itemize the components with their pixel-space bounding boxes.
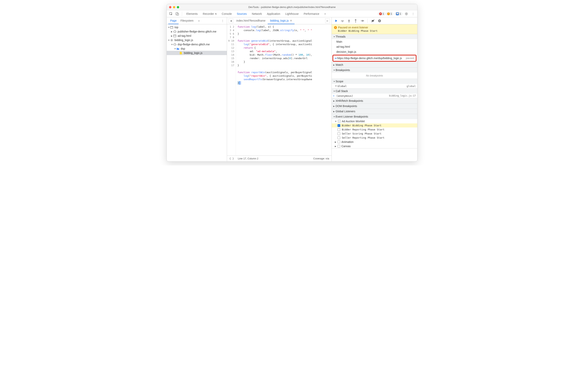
no-breakpoints-text: No breakpoints xyxy=(332,72,417,79)
thread-item[interactable]: Main xyxy=(332,39,417,44)
callstack-frame[interactable]: ➔(anonymous)bidding_logic.js:17 xyxy=(332,94,417,98)
warning-badge[interactable]: !1 xyxy=(386,12,394,16)
debugger-toolbar xyxy=(332,17,417,24)
breakpoints-header[interactable]: ▼Breakpoints xyxy=(332,68,417,72)
callstack-section: ▼Call Stack ➔(anonymous)bidding_logic.js… xyxy=(332,88,417,98)
callstack-header[interactable]: ▼Call Stack xyxy=(332,88,417,94)
checkbox-icon[interactable] xyxy=(338,128,340,131)
navigator-tab-page[interactable]: Page xyxy=(168,18,179,24)
tree-item[interactable]: ▼dsp-fledge-demo.glitch.me xyxy=(167,42,227,46)
scope-header[interactable]: ▼Scope xyxy=(332,79,417,84)
threads-header[interactable]: ▼Threads xyxy=(332,34,417,39)
event-group[interactable]: ▶Canvas xyxy=(332,144,417,148)
cursor-position: Line 17, Column 2 xyxy=(238,157,258,160)
thread-item-active[interactable]: ➔https://dsp-fledge-demo.glitch.me/dsp/b… xyxy=(332,55,417,62)
navigator-menu-icon[interactable]: ⋮ xyxy=(220,18,225,24)
checkbox-icon[interactable] xyxy=(338,140,340,143)
tab-application[interactable]: Application xyxy=(265,11,283,16)
svg-point-11 xyxy=(355,22,356,22)
tree-item[interactable]: ▶publisher-fledge-demo.glitch.me xyxy=(167,30,227,34)
global-listeners-header[interactable]: ▶Global Listeners xyxy=(332,109,417,114)
scope-global-row[interactable]: ▶Globalglobal xyxy=(332,84,417,88)
tab-network[interactable]: Network xyxy=(250,11,264,16)
file-tab[interactable]: index.html?fencedframe xyxy=(234,18,268,24)
pretty-print-icon[interactable]: { } xyxy=(229,157,234,160)
cloud-icon xyxy=(173,43,177,46)
main-toolbar: ElementsRecorder ⚗ConsoleSourcesNetworkA… xyxy=(167,10,417,17)
coverage-status: Coverage: n/a xyxy=(313,157,329,160)
tab-sources[interactable]: Sources xyxy=(234,11,249,16)
settings-icon[interactable] xyxy=(404,11,409,16)
inspect-icon[interactable] xyxy=(168,11,174,16)
svg-point-10 xyxy=(349,22,349,22)
current-frame-icon: ➔ xyxy=(333,94,334,97)
kebab-menu-icon[interactable]: ⋮ xyxy=(410,11,416,16)
navigator-tabs: PageFilesystem » ⋮ xyxy=(167,17,227,24)
tree-item[interactable]: ▼dsp xyxy=(167,46,227,51)
close-tab-icon[interactable]: ✕ xyxy=(290,19,292,22)
thread-item[interactable]: ad-tag.html xyxy=(332,44,417,49)
next-tab-icon[interactable]: ▶ xyxy=(325,18,330,23)
code-content[interactable]: function log(label, o) { console.log(lab… xyxy=(236,24,332,156)
dom-breakpoints-section: ▶DOM Breakpoints xyxy=(332,104,417,109)
tree-item[interactable]: ▶ad-tag.html xyxy=(167,34,227,38)
more-tabs-icon[interactable]: » xyxy=(322,11,328,16)
checkbox-icon[interactable]: ✓ xyxy=(338,124,340,127)
tab-console[interactable]: Console xyxy=(219,11,234,16)
step-over-icon[interactable] xyxy=(340,18,345,23)
dom-breakpoints-header[interactable]: ▶DOM Breakpoints xyxy=(332,104,417,108)
code-editor[interactable]: 1 2 3 4 5 6 7 8 9 10 11 12 13 14 15 16 1… xyxy=(227,24,332,156)
divider xyxy=(182,12,182,16)
device-icon[interactable] xyxy=(174,11,180,16)
editor-panel: ◀ index.html?fencedframebidding_logic.js… xyxy=(227,17,332,161)
event-group-ad-auction[interactable]: ▼−Ad Auction Worklet xyxy=(332,119,417,124)
thread-item[interactable]: decision_logic.js xyxy=(332,49,417,54)
prev-tab-icon[interactable]: ◀ xyxy=(229,18,233,23)
more-navigator-tabs-icon[interactable]: » xyxy=(196,18,202,24)
resume-icon[interactable] xyxy=(333,18,338,23)
tab-recorder[interactable]: Recorder ⚗ xyxy=(200,11,219,16)
breakpoints-section: ▼Breakpoints No breakpoints xyxy=(332,68,417,79)
svg-rect-6 xyxy=(173,35,176,37)
editor-statusbar: { } Line 17, Column 2 Coverage: n/a xyxy=(227,156,332,161)
event-breakpoint-item[interactable]: Bidder Reporting Phase Start xyxy=(332,128,417,132)
navigator-tab-filesystem[interactable]: Filesystem xyxy=(179,18,195,24)
xhr-breakpoints-header[interactable]: ▶XHR/fetch Breakpoints xyxy=(332,98,417,103)
global-listeners-section: ▶Global Listeners xyxy=(332,109,417,114)
devtools-window: DevTools - publisher-fledge-demo.glitch.… xyxy=(166,4,418,162)
step-into-icon[interactable] xyxy=(346,18,352,23)
pause-detail: Bidder Bidding Phase Start xyxy=(338,30,415,32)
debugger-panel: iPaused on event listener Bidder Bidding… xyxy=(332,17,417,161)
event-breakpoint-item[interactable]: ✓Bidder Bidding Phase Start xyxy=(332,124,417,128)
cloud-icon xyxy=(173,30,177,33)
info-icon: i xyxy=(334,26,337,29)
svg-rect-16 xyxy=(380,20,380,22)
checkbox-icon[interactable] xyxy=(338,136,340,139)
tree-item[interactable]: bidding_logic.js xyxy=(167,51,227,55)
issues-badge[interactable]: 💬1 xyxy=(395,12,403,16)
event-breakpoint-item[interactable]: Seller Reporting Phase Start xyxy=(332,136,417,140)
error-badge[interactable]: ✕1 xyxy=(378,12,386,16)
deactivate-breakpoints-icon[interactable] xyxy=(370,18,375,23)
step-icon[interactable] xyxy=(360,18,365,23)
watch-section: ▶Watch xyxy=(332,62,417,68)
tab-elements[interactable]: Elements xyxy=(184,11,200,16)
current-thread-icon: ➔ xyxy=(334,57,337,60)
tree-item[interactable]: ▼top xyxy=(167,25,227,30)
file-tab[interactable]: bidding_logic.js✕ xyxy=(268,18,295,24)
pause-exceptions-icon[interactable] xyxy=(377,18,382,23)
minus-box-icon: − xyxy=(338,120,341,122)
frame-icon xyxy=(170,26,174,29)
event-group[interactable]: ▶Animation xyxy=(332,140,417,144)
tab-lighthouse[interactable]: Lighthouse xyxy=(283,11,301,16)
checkbox-icon[interactable] xyxy=(338,145,340,148)
tab-performance[interactable]: Performance xyxy=(301,11,322,16)
event-breakpoints-header[interactable]: ▼Event Listener Breakpoints xyxy=(332,114,417,119)
watch-header[interactable]: ▶Watch xyxy=(332,62,417,67)
step-out-icon[interactable] xyxy=(353,18,358,23)
tree-item[interactable]: ▼bidding_logic.js xyxy=(167,38,227,42)
file-tabs: ◀ index.html?fencedframebidding_logic.js… xyxy=(227,17,332,24)
svg-rect-2 xyxy=(177,13,179,15)
event-breakpoint-item[interactable]: Seller Scoring Phase Start xyxy=(332,132,417,136)
checkbox-icon[interactable] xyxy=(338,132,340,135)
